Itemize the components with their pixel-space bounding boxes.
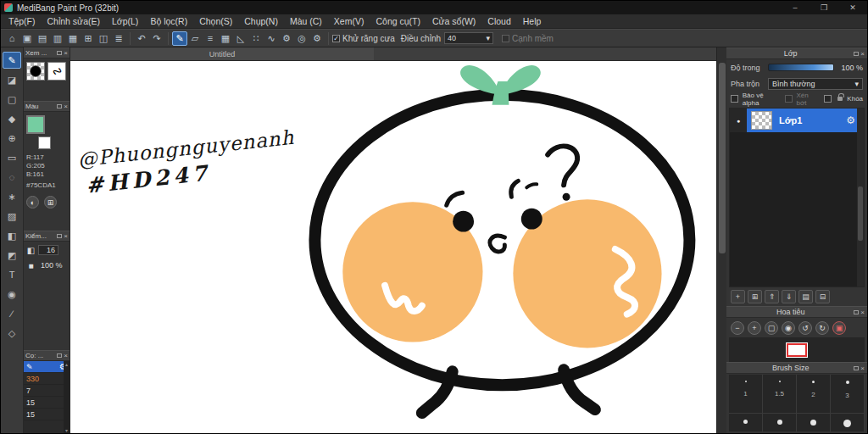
menu-cloud[interactable]: Cloud <box>481 16 516 26</box>
layer-row-selected[interactable]: ● Lớp1 ⚙ <box>730 108 864 132</box>
close-icon[interactable]: × <box>860 52 865 56</box>
brush-size-cell[interactable]: 3 <box>831 375 865 414</box>
move-layer-down-button[interactable]: ⇓ <box>782 290 796 303</box>
add-layer-button[interactable]: + <box>731 290 745 303</box>
rotate-left-icon[interactable]: ↺ <box>798 321 812 335</box>
brush-list-item[interactable]: 15 <box>24 397 70 409</box>
color-wheel-icon[interactable]: ◐ <box>26 196 39 209</box>
symmetry-icon[interactable]: ◎ <box>294 31 309 46</box>
brush-size-cell[interactable]: 2 <box>797 375 831 414</box>
document-tab[interactable]: Untitled <box>70 47 374 60</box>
hand-tool[interactable]: ◇ <box>3 325 21 342</box>
menu-window[interactable]: Cửa sổ(W) <box>426 16 481 26</box>
float-panel-icon[interactable] <box>57 104 62 108</box>
float-panel-icon[interactable] <box>57 51 62 55</box>
layer-visibility-toggle[interactable]: ● <box>730 108 747 132</box>
material-panel-icon[interactable]: ≣ <box>111 31 126 46</box>
move-layer-up-button[interactable]: ⇑ <box>765 290 779 303</box>
layer-folder-button[interactable]: ▤ <box>798 290 813 303</box>
canvas-vertical-scrollbar[interactable] <box>716 47 726 433</box>
divide-tool[interactable]: ∕ <box>3 305 21 322</box>
float-panel-icon[interactable] <box>57 353 62 358</box>
brush-size-cell[interactable] <box>797 414 831 431</box>
snap-settings-icon[interactable]: ⚙ <box>279 31 294 46</box>
save-icon[interactable]: ▥ <box>50 31 65 46</box>
navigator-viewport-rect[interactable] <box>787 343 807 357</box>
magic-wand-tool[interactable]: ∗ <box>3 188 21 205</box>
scrollbar-thumb[interactable] <box>719 63 726 253</box>
antialias-checkbox[interactable]: ✓ <box>332 35 340 42</box>
close-icon[interactable]: × <box>64 51 68 55</box>
fit-view-icon[interactable]: ▢ <box>765 321 778 335</box>
layer-panel-header[interactable]: Lớp × <box>726 47 867 59</box>
menu-edit[interactable]: Chỉnh sửa(E) <box>42 16 106 26</box>
brush-opacity-value[interactable]: 100 % <box>38 260 65 270</box>
brush-size-cell[interactable] <box>763 414 797 431</box>
settings-gear-icon[interactable]: ⚙ <box>309 31 325 46</box>
zoom-in-icon[interactable]: + <box>748 321 761 335</box>
layer-list-scrollbar[interactable] <box>857 108 864 287</box>
menu-tools[interactable]: Công cụ(T) <box>370 16 426 26</box>
snap-curve-icon[interactable]: ∿ <box>264 31 279 46</box>
snap-off-icon[interactable]: ✎ <box>172 31 187 46</box>
actual-size-icon[interactable]: ◉ <box>782 321 795 335</box>
shape-tool[interactable]: ◩ <box>3 247 21 264</box>
brush-tip-preview[interactable] <box>26 62 45 81</box>
open-icon[interactable]: ▤ <box>35 31 50 46</box>
close-button[interactable]: ✕ <box>838 1 867 14</box>
menu-file[interactable]: Tệp(F) <box>3 16 42 26</box>
snap-parallel-icon[interactable]: ▱ <box>187 31 203 46</box>
close-icon[interactable]: × <box>64 234 68 238</box>
snap-horizontal-icon[interactable]: ≡ <box>203 31 218 46</box>
brush-stroke-preview[interactable]: ∿ <box>47 62 66 81</box>
palette-icon[interactable]: ⊞ <box>44 196 57 209</box>
canvas[interactable]: @Phuongnguyenanh #HD247 <box>70 61 716 433</box>
dot-tool[interactable]: ▢ <box>3 91 21 108</box>
blend-mode-dropdown[interactable]: Bình thường ▾ <box>768 78 863 90</box>
scrollbar-thumb[interactable] <box>858 186 863 241</box>
menu-view[interactable]: Xem(V) <box>328 16 370 26</box>
menu-snap[interactable]: Chụp(N) <box>238 16 284 26</box>
brush-size-cell[interactable] <box>729 414 763 431</box>
brush-list-item[interactable]: 15 <box>24 409 70 420</box>
scroll-up-icon[interactable]: ▴ <box>65 361 68 367</box>
brush-size-panel-header[interactable]: Brush Size × <box>726 362 867 374</box>
adjust-dropdown[interactable]: 40 ▾ <box>444 32 493 44</box>
menu-layer[interactable]: Lớp(L) <box>106 16 144 26</box>
menu-color[interactable]: Màu (C) <box>284 16 328 26</box>
move-tool[interactable]: ⊕ <box>3 130 21 147</box>
snap-perspective-icon[interactable]: ◺ <box>233 31 248 46</box>
reset-view-icon[interactable]: ▣ <box>832 321 846 335</box>
minimize-button[interactable]: – <box>781 1 810 14</box>
eraser-tool[interactable]: ◪ <box>3 71 21 88</box>
scroll-down-icon[interactable]: ▾ <box>65 427 68 433</box>
eyedropper-tool[interactable]: ◉ <box>3 286 21 303</box>
export-icon[interactable]: ▦ <box>65 31 81 46</box>
brush-size-cell[interactable]: 1 <box>729 375 763 414</box>
soft-edge-checkbox[interactable] <box>502 35 509 42</box>
new-canvas-icon[interactable]: ▣ <box>19 31 35 46</box>
bucket-tool[interactable]: ▨ <box>3 208 21 225</box>
pen-tool[interactable]: ◆ <box>3 110 21 127</box>
float-panel-icon[interactable] <box>854 366 859 370</box>
close-icon[interactable]: × <box>64 104 68 108</box>
navigator-preview[interactable] <box>729 337 865 362</box>
lasso-tool[interactable]: ◌ <box>3 169 21 186</box>
delete-layer-button[interactable]: ⊟ <box>815 290 830 303</box>
color-panel-header[interactable]: Màu × <box>24 101 70 112</box>
brush-list-item[interactable]: 7 <box>24 385 70 397</box>
brush-size-cell[interactable] <box>831 414 865 431</box>
menu-filter[interactable]: Bộ lọc(R) <box>144 16 193 26</box>
snap-grid-icon[interactable]: ▦ <box>218 31 233 46</box>
zoom-out-icon[interactable]: − <box>731 321 744 335</box>
menu-select[interactable]: Chọn(S) <box>193 16 238 26</box>
canvas-settings-icon[interactable]: ⊞ <box>81 31 96 46</box>
brush-list-item-selected[interactable]: ✎ ⚙ <box>24 361 70 373</box>
float-panel-icon[interactable] <box>854 310 859 314</box>
float-panel-icon[interactable] <box>57 234 62 238</box>
home-icon[interactable]: ⌂ <box>4 31 19 46</box>
select-tool[interactable]: ▭ <box>3 149 21 166</box>
clipping-checkbox[interactable] <box>785 95 793 103</box>
brush-preview-panel-header[interactable]: Xem ... × <box>24 47 70 58</box>
protect-alpha-checkbox[interactable] <box>731 95 738 103</box>
